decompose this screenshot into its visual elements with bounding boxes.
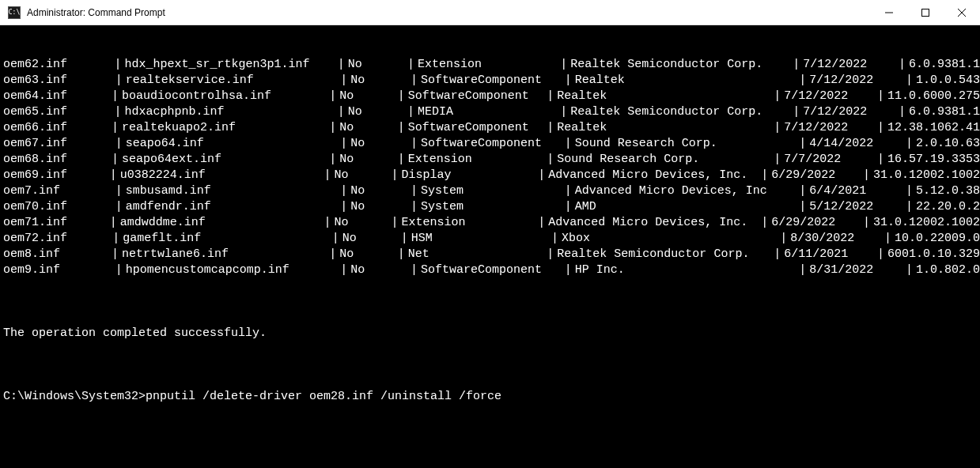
signed: No	[334, 168, 388, 183]
command-input[interactable]: pnputil /delete-driver oem28.inf /uninst…	[146, 390, 501, 403]
date: 7/12/2022	[803, 57, 895, 73]
column-separator: |	[543, 120, 557, 136]
version: 6.0.9381.1	[909, 104, 980, 120]
column-separator: |	[326, 152, 339, 168]
column-separator: |	[108, 152, 122, 168]
table-row: oem68.inf|seapo64ext.inf|No|Extension|So…	[0, 152, 980, 168]
column-separator: |	[562, 183, 575, 199]
column-separator: |	[902, 136, 916, 152]
column-separator: |	[895, 57, 909, 73]
table-row: oem8.inf|netrtwlane6.inf|No|Net|Realtek …	[0, 247, 980, 262]
terminal-output[interactable]: oem62.inf|hdx_hpext_sr_rtkgen3p1.inf|No|…	[0, 25, 980, 468]
titlebar[interactable]: C:\ Administrator: Command Prompt	[0, 0, 980, 25]
column-separator: |	[796, 262, 809, 278]
column-separator: |	[395, 120, 408, 136]
maximize-button[interactable]	[907, 0, 944, 25]
column-separator: |	[407, 73, 421, 89]
column-separator: |	[543, 247, 557, 262]
column-separator: |	[543, 89, 557, 104]
class: Net	[408, 247, 544, 262]
column-separator: |	[902, 73, 916, 89]
driver-file: amdfendr.inf	[126, 199, 337, 215]
window: C:\ Administrator: Command Prompt oem62.…	[0, 0, 980, 468]
inf-name: oem9.inf	[0, 262, 112, 278]
column-separator: |	[107, 215, 120, 231]
window-controls	[871, 0, 980, 25]
signed: No	[348, 57, 404, 73]
inf-name: oem69.inf	[0, 168, 107, 183]
column-separator: |	[758, 215, 771, 231]
date: 6/4/2021	[809, 183, 902, 199]
driver-file: realtekservice.inf	[126, 73, 337, 89]
class: System	[421, 199, 562, 215]
date: 6/29/2022	[771, 215, 860, 231]
column-separator: |	[770, 120, 784, 136]
table-row: oem67.inf|seapo64.inf|No|SoftwareCompone…	[0, 136, 980, 152]
column-separator: |	[395, 152, 408, 168]
date: 6/29/2022	[771, 168, 860, 183]
column-separator: |	[109, 231, 123, 247]
column-separator: |	[789, 57, 803, 73]
column-separator: |	[407, 183, 421, 199]
window-title: Administrator: Command Prompt	[27, 7, 871, 18]
column-separator: |	[112, 183, 126, 199]
column-separator: |	[108, 89, 122, 104]
table-row: oem62.inf|hdx_hpext_sr_rtkgen3p1.inf|No|…	[0, 57, 980, 73]
column-separator: |	[557, 57, 570, 73]
column-separator: |	[112, 262, 126, 278]
column-separator: |	[337, 262, 350, 278]
class: SoftwareComponent	[408, 89, 544, 104]
date: 4/14/2022	[809, 136, 902, 152]
date: 7/12/2022	[784, 120, 874, 136]
vendor: Realtek Semiconductor Corp.	[570, 104, 789, 120]
column-separator: |	[895, 104, 909, 120]
column-separator: |	[326, 89, 339, 104]
column-separator: |	[337, 199, 350, 215]
table-row: oem64.inf|boaudiocontrolhsa.inf|No|Softw…	[0, 89, 980, 104]
vendor: Advanced Micro Devices, Inc.	[548, 168, 758, 183]
signed: No	[342, 231, 398, 247]
prompt-line: C:\Windows\System32>pnputil /delete-driv…	[0, 389, 980, 405]
signed: No	[348, 104, 404, 120]
class: MEDIA	[418, 104, 557, 120]
vendor: HP Inc.	[575, 262, 796, 278]
class: SoftwareComponent	[421, 262, 562, 278]
cmd-icon: C:\	[8, 6, 21, 19]
column-separator: |	[758, 168, 771, 183]
version: 11.0.6000.275	[887, 89, 980, 104]
inf-name: oem67.inf	[0, 136, 112, 152]
driver-file: boaudiocontrolhsa.inf	[122, 89, 326, 104]
column-separator: |	[335, 57, 348, 73]
signed: No	[350, 136, 407, 152]
table-row: oem69.inf|u0382224.inf|No|Display|Advanc…	[0, 168, 980, 183]
date: 8/30/2022	[790, 231, 881, 247]
driver-file: netrtwlane6.inf	[122, 247, 326, 262]
date: 6/11/2021	[784, 247, 874, 262]
close-button[interactable]	[944, 0, 980, 25]
table-row: oem66.inf|realtekuapo2.inf|No|SoftwareCo…	[0, 120, 980, 136]
inf-name: oem66.inf	[0, 120, 108, 136]
driver-file: seapo64.inf	[126, 136, 337, 152]
column-separator: |	[326, 247, 339, 262]
column-separator: |	[320, 168, 334, 183]
column-separator: |	[796, 199, 809, 215]
version: 10.0.22009.0	[895, 231, 980, 247]
column-separator: |	[326, 120, 339, 136]
column-separator: |	[770, 89, 784, 104]
column-separator: |	[562, 73, 575, 89]
inf-name: oem62.inf	[0, 57, 112, 73]
column-separator: |	[562, 136, 575, 152]
column-separator: |	[107, 168, 120, 183]
column-separator: |	[329, 231, 342, 247]
date: 7/12/2022	[784, 89, 874, 104]
table-row: oem71.inf|amdwddme.inf|No|Extension|Adva…	[0, 215, 980, 231]
column-separator: |	[874, 247, 887, 262]
column-separator: |	[108, 120, 122, 136]
column-separator: |	[388, 215, 402, 231]
column-separator: |	[404, 104, 418, 120]
minimize-button[interactable]	[871, 0, 907, 25]
vendor: Advanced Micro Devices, Inc.	[548, 215, 758, 231]
class: Extension	[418, 57, 557, 73]
date: 8/31/2022	[809, 262, 902, 278]
driver-file: amdwddme.inf	[120, 215, 321, 231]
